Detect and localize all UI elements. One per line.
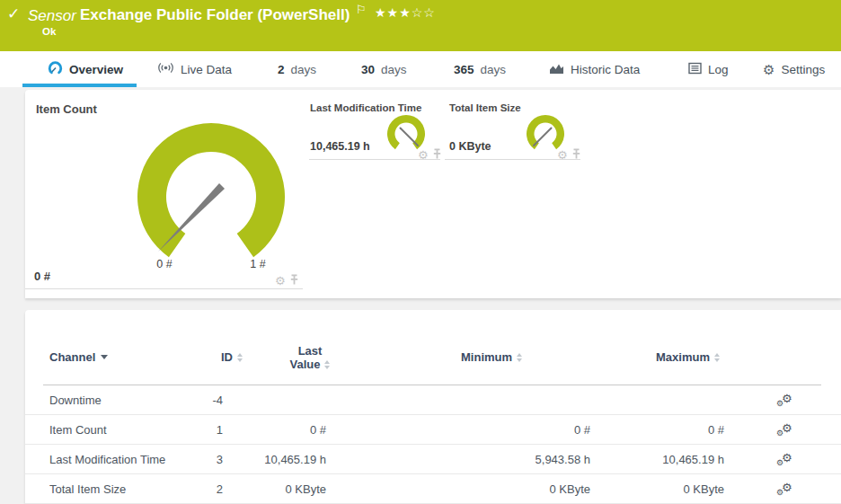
sensor-header: ✓ Sensor Exchange Public Folder (PowerSh… <box>0 0 841 51</box>
tab-number: 365 <box>454 63 474 76</box>
channel-settings-button[interactable]: ⚙⚙ <box>776 415 792 445</box>
tile-divider <box>445 159 580 160</box>
pin-icon[interactable] <box>432 146 442 163</box>
big-gear-icon: ⚙ <box>782 473 792 502</box>
channel-name: Item Count <box>49 415 107 445</box>
channel-id: 2 <box>151 474 223 504</box>
tab-label: Historic Data <box>571 63 640 76</box>
sort-icon <box>324 360 330 369</box>
column-header-label: Maximum <box>656 350 710 364</box>
channel-name: Downtime <box>49 385 102 415</box>
gauge-icon <box>48 61 63 78</box>
column-header-label: Minimum <box>461 350 512 364</box>
tile-divider <box>309 159 440 160</box>
star-filled-icon[interactable]: ★ <box>399 5 412 20</box>
gauge-value-total-item-size: 0 KByte <box>449 140 491 153</box>
table-row: Total Item Size 2 0 KByte 0 KByte 0 KByt… <box>25 474 841 504</box>
tile-divider <box>25 288 303 289</box>
table-row: Item Count 1 0 # 0 # 0 # ⚙⚙ <box>25 415 841 445</box>
gauge-value-last-modification-time: 10,465.19 h <box>310 140 370 153</box>
gauge-scale-max: 1 # <box>235 258 280 270</box>
big-gear-icon: ⚙ <box>782 384 792 413</box>
big-gear-icon: ⚙ <box>782 413 792 443</box>
item-count-gauge <box>126 113 297 266</box>
column-header-channel[interactable]: Channel <box>49 350 108 364</box>
page-title: Exchange Public Folder (PowerShell) <box>80 6 350 24</box>
channel-settings-button[interactable]: ⚙⚙ <box>776 385 792 415</box>
channel-maximum: 0 KByte <box>582 474 724 504</box>
channel-name: Total Item Size <box>49 474 126 504</box>
channel-settings-button[interactable]: ⚙⚙ <box>776 474 792 504</box>
tab-30-days[interactable]: 30days <box>361 51 407 87</box>
sensor-kind-label: Sensor <box>28 7 76 25</box>
tab-bar: Overview Live Data 2days 30days 365days … <box>0 51 841 87</box>
tab-overview[interactable]: Overview <box>48 51 123 87</box>
pin-icon[interactable] <box>571 146 581 163</box>
tab-365-days[interactable]: 365days <box>454 51 506 87</box>
big-gear-icon: ⚙ <box>782 443 792 473</box>
column-header-label: ID <box>221 350 233 364</box>
column-header-last-value[interactable]: Last Value <box>284 344 336 371</box>
tab-number: 30 <box>361 63 375 76</box>
tab-label: Overview <box>69 63 123 76</box>
channel-settings-button[interactable]: ⚙⚙ <box>776 445 792 474</box>
tab-label: days <box>481 63 507 76</box>
tab-live-data[interactable]: Live Data <box>157 51 232 87</box>
star-filled-icon[interactable]: ★ <box>375 5 387 20</box>
gear-icon: ⚙ <box>763 63 775 76</box>
tab-label: Settings <box>781 63 825 76</box>
tab-historic-data[interactable]: Historic Data <box>549 51 640 87</box>
tab-2-days[interactable]: 2days <box>278 51 316 87</box>
gauge-title-item-count: Item Count <box>36 102 97 116</box>
tab-label: Live Data <box>181 63 232 76</box>
table-row: Downtime -4 ⚙⚙ <box>25 385 841 415</box>
channel-last-value: 0 # <box>232 415 326 445</box>
tab-label: days <box>291 63 317 76</box>
column-header-label: Channel <box>49 350 95 364</box>
star-empty-icon[interactable]: ☆ <box>423 5 436 20</box>
flag-icon[interactable]: ⚐ <box>356 3 367 16</box>
channel-minimum: 0 # <box>447 415 590 445</box>
area-chart-icon <box>549 62 564 77</box>
sort-icon <box>714 353 720 362</box>
column-header-label: Last Value <box>290 344 323 371</box>
active-tab-indicator <box>22 84 137 87</box>
channel-name: Last Modification Time <box>49 445 165 474</box>
channel-minimum: 5,943.58 h <box>447 445 590 474</box>
gauge-title-last-modification-time: Last Modification Time <box>310 102 421 113</box>
channel-maximum: 0 # <box>582 415 724 445</box>
star-empty-icon[interactable]: ☆ <box>412 5 424 20</box>
channel-minimum: 0 KByte <box>447 474 590 504</box>
status-ok-check-icon: ✓ <box>7 4 20 23</box>
tab-settings[interactable]: ⚙ Settings <box>763 51 825 87</box>
channel-maximum: 10,465.19 h <box>582 445 724 474</box>
pin-icon[interactable] <box>289 272 299 288</box>
channel-rows: Downtime -4 ⚙⚙ Item Count 1 0 # 0 # 0 # … <box>25 385 841 504</box>
tile-tools: ⚙ <box>418 146 442 163</box>
channel-table-panel: Channel ID Last Value Minimum Maximum Do… <box>25 310 841 504</box>
live-data-icon <box>157 61 174 77</box>
channel-last-value: 10,465.19 h <box>232 445 326 474</box>
channel-last-value: 0 KByte <box>232 474 326 504</box>
gauge-scale-min: 0 # <box>142 258 187 270</box>
column-header-minimum[interactable]: Minimum <box>461 350 522 364</box>
tile-gear-icon[interactable]: ⚙ <box>275 275 286 287</box>
tab-label: Log <box>708 63 729 76</box>
priority-stars[interactable]: ★★★☆☆ <box>375 5 436 20</box>
channel-id: -4 <box>151 385 223 415</box>
channel-id: 1 <box>151 415 223 445</box>
column-header-maximum[interactable]: Maximum <box>656 350 720 364</box>
tab-log[interactable]: Log <box>688 51 729 87</box>
tile-tools: ⚙ <box>557 146 581 163</box>
tab-number: 2 <box>278 63 285 76</box>
star-filled-icon[interactable]: ★ <box>387 5 400 20</box>
status-badge: Ok <box>42 26 56 37</box>
table-row: Last Modification Time 3 10,465.19 h 5,9… <box>25 445 841 474</box>
sort-icon <box>517 353 522 362</box>
tab-label: days <box>381 63 407 76</box>
gauge-value-item-count: 0 # <box>34 270 50 283</box>
tile-tools: ⚙ <box>275 272 299 288</box>
log-list-icon <box>688 62 702 77</box>
column-header-id[interactable]: ID <box>221 350 243 364</box>
gauge-title-total-item-size: Total Item Size <box>449 102 521 113</box>
